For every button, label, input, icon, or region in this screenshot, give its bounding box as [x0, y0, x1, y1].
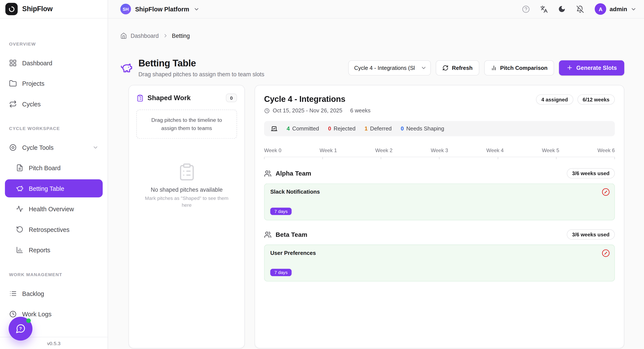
list-icon	[9, 290, 17, 297]
main-area: SH ShipFlow Platform	[108, 0, 644, 349]
brand-home-link[interactable]: ShipFlow	[0, 0, 108, 18]
clock-icon	[9, 310, 17, 318]
sidebar-item-pitch-board[interactable]: Pitch Board	[5, 159, 102, 177]
user-name: admin	[610, 6, 627, 12]
stat-value: 1	[364, 125, 368, 132]
help-button[interactable]	[518, 2, 533, 16]
stat-value: 0	[401, 125, 404, 132]
cycle-title: Cycle 4 - Integrations	[264, 94, 370, 104]
sidebar-item-reports[interactable]: Reports	[5, 241, 102, 259]
sidebar-item-betting-table[interactable]: Betting Table	[5, 179, 102, 197]
week-label: Week 3	[431, 148, 448, 153]
pitch-comparison-button[interactable]: Pitch Comparison	[484, 60, 554, 75]
sidebar-item-label: Retrospectives	[29, 226, 70, 233]
cycle-date-range: Oct 15, 2025 - Nov 26, 2025	[273, 107, 342, 114]
home-icon[interactable]	[120, 32, 127, 39]
language-button[interactable]	[536, 2, 551, 16]
sidebar-item-dashboard[interactable]: Dashboard	[5, 54, 102, 72]
bell-off-icon	[576, 5, 584, 13]
theme-toggle-button[interactable]	[554, 2, 569, 16]
week-ruler	[264, 157, 615, 159]
vote-icon	[270, 125, 278, 132]
cycle-select[interactable]: Cycle 4 - Integrations (Sl	[348, 60, 431, 75]
stat-committed: 4 Committed	[287, 125, 319, 132]
cycle-select-value: Cycle 4 - Integrations (Sl	[354, 65, 421, 71]
svg-text:?: ?	[19, 326, 22, 331]
generate-slots-button[interactable]: Generate Slots	[559, 60, 624, 75]
shipflow-logo-icon	[6, 3, 18, 15]
repeat-icon	[9, 100, 17, 108]
user-menu[interactable]: A admin	[595, 3, 636, 14]
sidebar-item-label: Health Overview	[29, 205, 74, 212]
stat-label: Deferred	[370, 125, 392, 132]
cycle-duration: 6 weeks	[350, 107, 370, 114]
breadcrumb-dashboard-link[interactable]: Dashboard	[130, 32, 159, 39]
week-label: Week 1	[320, 148, 337, 153]
section-label-cycle-workspace: CYCLE WORKSPACE	[9, 126, 98, 131]
help-chat-button[interactable]: ?	[8, 317, 32, 341]
stat-rejected: 0 Rejected	[328, 125, 356, 132]
bar-chart-icon	[491, 65, 497, 71]
pitch-slot[interactable]: Slack Notifications 7 days	[264, 184, 615, 221]
disc-icon	[9, 143, 17, 151]
topbar-actions: A admin	[518, 2, 636, 16]
sidebar-item-label: Reports	[29, 247, 50, 253]
x-circle-icon	[602, 188, 610, 196]
cycle-panel: Cycle 4 - Integrations Oct 15, 2025 - No…	[255, 85, 624, 348]
chevron-right-icon	[162, 33, 168, 39]
chevron-down-icon	[421, 65, 427, 71]
page-header: Betting Table Drag shaped pitches to ass…	[120, 58, 624, 78]
sidebar-item-cycles[interactable]: Cycles	[5, 95, 102, 113]
week-label: Week 2	[375, 148, 392, 153]
pitch-slot[interactable]: User Preferences 7 days	[264, 245, 615, 282]
sidebar: ShipFlow OVERVIEW Dashboard Projects	[0, 0, 108, 349]
page-title: Betting Table	[138, 58, 264, 69]
week-header-row: Week 0 Week 1 Week 2 Week 3 Week 4 Week …	[264, 148, 615, 153]
chevron-down-icon	[193, 6, 200, 12]
breadcrumb-current: Betting	[172, 32, 190, 39]
team-capacity-badge: 3/6 weeks used	[567, 229, 615, 240]
commitment-stats-bar: 4 Committed 0 Rejected 1 Deferred 0	[264, 121, 615, 136]
remove-pitch-button[interactable]	[601, 249, 610, 258]
languages-icon	[540, 5, 548, 13]
refresh-button[interactable]: Refresh	[436, 60, 479, 75]
stat-value: 0	[328, 125, 331, 132]
help-circle-icon	[522, 5, 530, 13]
workspace-switcher[interactable]: SH ShipFlow Platform	[120, 4, 200, 14]
chat-bubble-icon: ?	[15, 324, 26, 334]
shaped-work-title: Shaped Work	[147, 94, 190, 102]
section-label-work-management: WORK MANAGEMENT	[9, 272, 98, 277]
pitch-duration-badge: 7 days	[270, 269, 292, 276]
cycle-meta: Oct 15, 2025 - Nov 26, 2025 6 weeks	[264, 107, 370, 114]
plus-icon	[566, 64, 573, 71]
sidebar-item-label: Projects	[22, 80, 44, 87]
capacity-badge: 6/12 weeks	[577, 94, 615, 105]
page-subtitle: Drag shaped pitches to assign them to te…	[138, 71, 264, 78]
page-toolbar: Cycle 4 - Integrations (Sl Refresh Pitch…	[348, 60, 624, 75]
chevron-down-icon	[630, 6, 637, 12]
sidebar-item-cycle-tools[interactable]: Cycle Tools	[5, 138, 102, 156]
users-icon	[264, 170, 272, 177]
users-icon	[264, 231, 272, 238]
workspace-name: ShipFlow Platform	[135, 5, 189, 12]
sidebar-item-label: Pitch Board	[29, 164, 61, 171]
folder-icon	[9, 79, 17, 87]
sidebar-item-retrospectives[interactable]: Retrospectives	[5, 220, 102, 238]
piggy-bank-icon	[120, 61, 132, 74]
pitch-comparison-label: Pitch Comparison	[500, 65, 548, 71]
rotate-ccw-icon	[16, 226, 23, 233]
notifications-muted-button[interactable]	[572, 2, 588, 16]
shaped-work-panel: Shaped Work 0 Drag pitches to the timeli…	[129, 85, 245, 348]
pitch-title: User Preferences	[270, 250, 608, 256]
week-label: Week 4	[486, 148, 504, 153]
brand-name: ShipFlow	[22, 5, 52, 13]
team-name: Beta Team	[276, 231, 307, 238]
bar-chart-icon	[16, 246, 23, 254]
sidebar-item-backlog[interactable]: Backlog	[5, 284, 102, 302]
sidebar-nav: OVERVIEW Dashboard Projects Cycles CY	[0, 18, 108, 337]
sidebar-item-projects[interactable]: Projects	[5, 74, 102, 92]
remove-pitch-button[interactable]	[601, 188, 610, 197]
sidebar-item-health-overview[interactable]: Health Overview	[5, 200, 102, 218]
generate-slots-label: Generate Slots	[576, 64, 617, 71]
assigned-badge: 4 assigned	[536, 94, 573, 105]
